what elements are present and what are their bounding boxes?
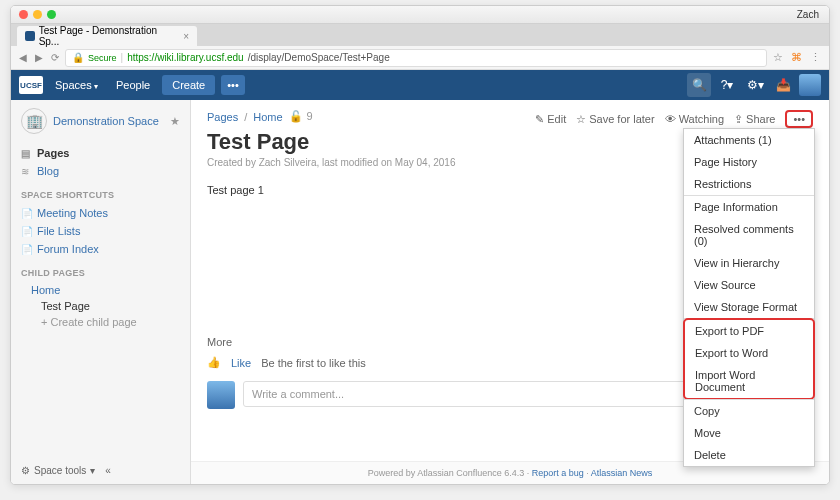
space-name[interactable]: Demonstration Space: [53, 115, 164, 127]
shortcut-meeting-notes[interactable]: 📄Meeting Notes: [21, 204, 180, 222]
url-host: https://wiki.library.ucsf.edu: [127, 52, 244, 63]
browser-window: Zach Test Page - Demonstration Sp... × ◀…: [10, 5, 830, 485]
share-icon: ⇪: [734, 113, 743, 126]
doc-icon: 📄: [21, 244, 33, 255]
pencil-icon: ✎: [535, 113, 544, 126]
content-area: 🏢 Demonstration Space ★ ▤Pages ≋Blog SPA…: [11, 100, 829, 484]
address-bar-icons: ☆ ⌘ ⋮: [773, 51, 821, 64]
count-badge: 9: [307, 110, 313, 123]
page-icon: ▤: [21, 148, 33, 159]
search-icon[interactable]: 🔍: [687, 73, 711, 97]
address-bar[interactable]: 🔒 Secure | https://wiki.library.ucsf.edu…: [65, 49, 767, 67]
help-icon[interactable]: ?▾: [715, 73, 739, 97]
rss-icon[interactable]: ⌘: [791, 51, 802, 64]
dd-attachments[interactable]: Attachments (1): [684, 129, 814, 151]
dd-page-history[interactable]: Page History: [684, 151, 814, 173]
dd-export-word[interactable]: Export to Word: [685, 342, 813, 364]
sidebar: 🏢 Demonstration Space ★ ▤Pages ≋Blog SPA…: [11, 100, 191, 484]
sidebar-pages[interactable]: ▤Pages: [21, 144, 180, 162]
reload-icon[interactable]: ⟳: [51, 52, 59, 63]
shortcut-file-lists[interactable]: 📄File Lists: [21, 222, 180, 240]
forward-icon[interactable]: ▶: [35, 52, 43, 63]
collapse-icon[interactable]: «: [105, 465, 111, 476]
sidebar-blog[interactable]: ≋Blog: [21, 162, 180, 180]
dd-view-hierarchy[interactable]: View in Hierarchy: [684, 252, 814, 274]
dd-import-word[interactable]: Import Word Document: [685, 364, 813, 398]
dd-export-pdf[interactable]: Export to PDF: [685, 320, 813, 342]
report-bug-link[interactable]: Report a bug: [532, 468, 584, 478]
address-bar-row: ◀ ▶ ⟳ 🔒 Secure | https://wiki.library.uc…: [11, 46, 829, 70]
export-group-highlight: Export to PDF Export to Word Import Word…: [683, 318, 815, 400]
nav-buttons: ◀ ▶ ⟳: [19, 52, 59, 63]
nav-spaces[interactable]: Spaces: [49, 76, 104, 94]
close-tab-icon[interactable]: ×: [183, 31, 189, 42]
create-more-button[interactable]: •••: [221, 75, 245, 95]
favorite-star-icon[interactable]: ★: [170, 115, 180, 128]
star-icon[interactable]: ☆: [773, 51, 783, 64]
eye-icon: 👁: [665, 113, 676, 125]
atlassian-news-link[interactable]: Atlassian News: [591, 468, 653, 478]
notifications-icon[interactable]: 📥: [771, 73, 795, 97]
thumbs-up-icon: 👍: [207, 356, 221, 369]
create-button[interactable]: Create: [162, 75, 215, 95]
user-avatar[interactable]: [799, 74, 821, 96]
doc-icon: 📄: [21, 226, 33, 237]
gear-icon: ⚙: [21, 465, 30, 476]
favicon-icon: [25, 31, 35, 41]
edit-button[interactable]: ✎Edit: [535, 113, 566, 126]
bc-pages[interactable]: Pages: [207, 111, 238, 123]
star-icon: ☆: [576, 113, 586, 126]
like-button[interactable]: Like: [231, 357, 251, 369]
menu-icon[interactable]: ⋮: [810, 51, 821, 64]
dd-view-source[interactable]: View Source: [684, 274, 814, 296]
dd-resolved-comments[interactable]: Resolved comments (0): [684, 218, 814, 252]
page-actions: ✎Edit ☆Save for later 👁Watching ⇪Share •…: [535, 110, 813, 128]
bc-home[interactable]: Home: [253, 111, 282, 123]
dd-delete[interactable]: Delete: [684, 444, 814, 466]
dd-restrictions[interactable]: Restrictions: [684, 173, 814, 195]
close-window-icon[interactable]: [19, 10, 28, 19]
create-child-page[interactable]: + Create child page: [21, 314, 180, 330]
more-actions-button[interactable]: •••: [785, 110, 813, 128]
like-prompt: Be the first to like this: [261, 357, 366, 369]
dd-copy[interactable]: Copy: [684, 400, 814, 422]
app-logo[interactable]: UCSF: [19, 76, 43, 94]
lock-icon: 🔒: [72, 52, 84, 63]
tab-title: Test Page - Demonstration Sp...: [39, 25, 176, 47]
save-for-later-button[interactable]: ☆Save for later: [576, 113, 654, 126]
mac-titlebar: Zach: [11, 6, 829, 24]
watching-button[interactable]: 👁Watching: [665, 113, 724, 125]
tree-home[interactable]: Home: [21, 282, 180, 298]
dd-page-info[interactable]: Page Information: [684, 196, 814, 218]
secure-label: Secure: [88, 53, 117, 63]
space-tools[interactable]: ⚙Space tools▾«: [21, 465, 111, 476]
minimize-window-icon[interactable]: [33, 10, 42, 19]
share-button[interactable]: ⇪Share: [734, 113, 775, 126]
tree-current-page[interactable]: Test Page: [21, 298, 180, 314]
restriction-icon[interactable]: 🔓: [289, 110, 303, 123]
comment-avatar: [207, 381, 235, 409]
nav-people[interactable]: People: [110, 76, 156, 94]
browser-tab[interactable]: Test Page - Demonstration Sp... ×: [17, 26, 197, 46]
child-pages-heading: CHILD PAGES: [21, 268, 180, 278]
browser-tabbar: Test Page - Demonstration Sp... ×: [11, 24, 829, 46]
shortcut-forum-index[interactable]: 📄Forum Index: [21, 240, 180, 258]
back-icon[interactable]: ◀: [19, 52, 27, 63]
doc-icon: 📄: [21, 208, 33, 219]
rss-icon: ≋: [21, 166, 33, 177]
settings-icon[interactable]: ⚙▾: [743, 73, 767, 97]
dd-view-storage[interactable]: View Storage Format: [684, 296, 814, 318]
maximize-window-icon[interactable]: [47, 10, 56, 19]
shortcuts-heading: SPACE SHORTCUTS: [21, 190, 180, 200]
more-actions-dropdown: Attachments (1) Page History Restriction…: [683, 128, 815, 467]
main-panel: Pages / Home 🔓9 ✎Edit ☆Save for later 👁W…: [191, 100, 829, 484]
app-topnav: UCSF Spaces People Create ••• 🔍 ?▾ ⚙▾ 📥: [11, 70, 829, 100]
url-path: /display/DemoSpace/Test+Page: [248, 52, 390, 63]
space-icon: 🏢: [21, 108, 47, 134]
dd-move[interactable]: Move: [684, 422, 814, 444]
os-username: Zach: [797, 9, 819, 20]
space-header: 🏢 Demonstration Space ★: [21, 108, 180, 134]
